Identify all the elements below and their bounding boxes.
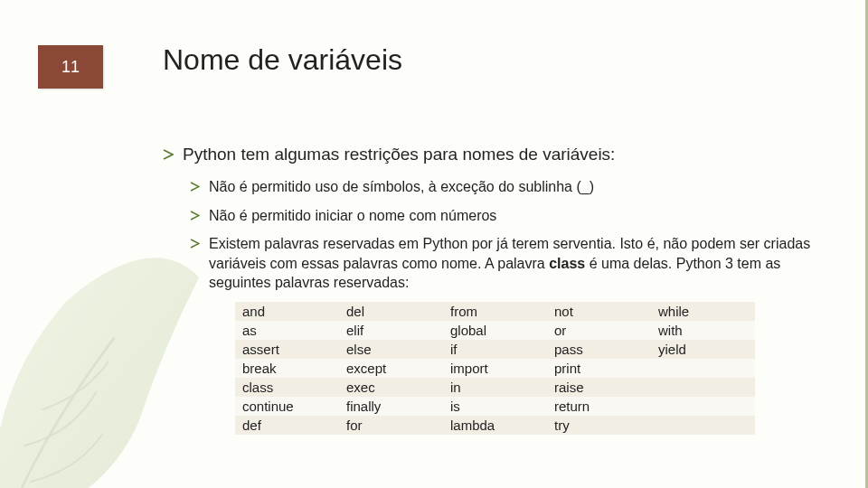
keyword-cell: raise	[547, 378, 651, 397]
keyword-cell: not	[547, 302, 651, 321]
table-row: defforlambdatry	[235, 416, 755, 435]
keyword-cell	[651, 359, 755, 378]
page-number: 11	[61, 58, 80, 77]
keyword-cell: is	[443, 397, 547, 416]
table-row: classexecinraise	[235, 378, 755, 397]
main-bullet: Python tem algumas restrições para nomes…	[163, 145, 814, 164]
keyword-cell: from	[443, 302, 547, 321]
keyword-cell: import	[443, 359, 547, 378]
sub-bullet-text: Não é permitido iniciar o nome com númer…	[209, 206, 814, 226]
keyword-cell	[651, 416, 755, 435]
keyword-cell: continue	[235, 397, 339, 416]
bullet-arrow-icon	[190, 182, 200, 192]
table-row: assertelseifpassyield	[235, 340, 755, 359]
keyword-cell: as	[235, 321, 339, 340]
table-row: continuefinallyisreturn	[235, 397, 755, 416]
table-row: breakexceptimportprint	[235, 359, 755, 378]
keyword-cell: return	[547, 397, 651, 416]
sub-bullet-text: Não é permitido uso de símbolos, à exceç…	[209, 177, 814, 197]
page-number-badge: 11	[38, 45, 103, 89]
keyword-cell	[651, 378, 755, 397]
keyword-cell: with	[651, 321, 755, 340]
keyword-cell	[651, 397, 755, 416]
keyword-cell: try	[547, 416, 651, 435]
keyword-cell: if	[443, 340, 547, 359]
keyword-cell: print	[547, 359, 651, 378]
keyword-cell: class	[235, 378, 339, 397]
table-row: aselifglobalorwith	[235, 321, 755, 340]
table-row: anddelfromnotwhile	[235, 302, 755, 321]
bullet-arrow-icon	[190, 211, 200, 221]
keyword-cell: global	[443, 321, 547, 340]
sub-bullet: Existem palavras reservadas em Python po…	[190, 234, 814, 293]
bullet-arrow-icon	[190, 239, 200, 249]
sub-bullet: Não é permitido uso de símbolos, à exceç…	[190, 177, 814, 197]
keyword-cell: while	[651, 302, 755, 321]
keyword-cell: or	[547, 321, 651, 340]
keyword-cell: pass	[547, 340, 651, 359]
keyword-cell: yield	[651, 340, 755, 359]
keyword-cell: in	[443, 378, 547, 397]
page-title: Nome de variáveis	[163, 43, 402, 77]
keyword-cell: elif	[339, 321, 443, 340]
keyword-cell: break	[235, 359, 339, 378]
keyword-cell: except	[339, 359, 443, 378]
keyword-cell: def	[235, 416, 339, 435]
keyword-cell: else	[339, 340, 443, 359]
bullet-arrow-icon	[163, 149, 174, 160]
keywords-table: anddelfromnotwhileaselifglobalorwithasse…	[235, 302, 755, 435]
keyword-cell: del	[339, 302, 443, 321]
keyword-cell: finally	[339, 397, 443, 416]
content-area: Python tem algumas restrições para nomes…	[163, 145, 814, 435]
keyword-cell: and	[235, 302, 339, 321]
sub-bullet-text: Existem palavras reservadas em Python po…	[209, 234, 814, 293]
keyword-cell: exec	[339, 378, 443, 397]
keyword-cell: assert	[235, 340, 339, 359]
keyword-cell: lambda	[443, 416, 547, 435]
sub-bullet: Não é permitido iniciar o nome com númer…	[190, 206, 814, 226]
keyword-cell: for	[339, 416, 443, 435]
main-bullet-text: Python tem algumas restrições para nomes…	[183, 145, 615, 164]
